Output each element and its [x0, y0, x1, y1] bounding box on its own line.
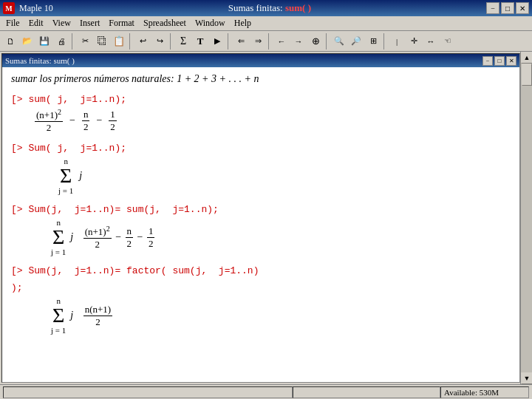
- cmd-2[interactable]: [> Sum( j, j=1..n);: [11, 143, 511, 154]
- inner-min[interactable]: −: [482, 56, 493, 66]
- tb-left-arrow[interactable]: ⇐: [233, 33, 249, 50]
- inner-controls[interactable]: − □ ✕: [482, 56, 516, 66]
- sep4: [228, 33, 231, 50]
- sep2: [129, 33, 132, 50]
- frac1: (n+1)2 2: [35, 108, 63, 134]
- menu-spreadsheet[interactable]: Spreadsheet: [139, 17, 191, 30]
- tb-zoom-out[interactable]: 🔎: [348, 33, 364, 50]
- frac6: 1 2: [147, 225, 155, 250]
- tb-ruler[interactable]: |: [389, 33, 405, 50]
- tb-open[interactable]: 📂: [19, 33, 35, 50]
- status-bar: Available: 530M: [0, 384, 532, 399]
- tb-cut[interactable]: ✂: [77, 33, 93, 50]
- menu-view[interactable]: View: [48, 17, 75, 30]
- tb-undo[interactable]: ↩: [134, 33, 151, 50]
- frac4: (n+1)2 2: [83, 225, 112, 250]
- cmd-4b[interactable]: );: [11, 282, 511, 293]
- status-middle: [293, 386, 440, 398]
- title-text: Sumas finitas: sum( ): [53, 2, 486, 14]
- status-left: [3, 386, 293, 398]
- sigma-expr-3: n Σ j = 1 j n(n+1) 2: [48, 296, 114, 335]
- tb-print[interactable]: 🖨: [53, 33, 69, 50]
- tb-copy[interactable]: ⿻: [94, 33, 110, 50]
- menu-help[interactable]: Help: [230, 17, 256, 30]
- inner-title-text: Sumas finitas: sum( ): [5, 56, 75, 65]
- tb-arrow-right2[interactable]: →: [290, 33, 307, 50]
- scroll-up-button[interactable]: ▲: [521, 52, 532, 64]
- frac2: n 2: [82, 109, 90, 133]
- tb-redo[interactable]: ↪: [151, 33, 168, 50]
- cmd-1[interactable]: [> sum( j, j=1..n);: [11, 94, 511, 105]
- intro-text: sumar los primeros números naturales: 1 …: [11, 73, 511, 85]
- menu-format[interactable]: Format: [104, 17, 139, 30]
- cmd-4a[interactable]: [> Sum(j, j=1..n)= factor( sum(j, j=1..n…: [11, 265, 511, 276]
- tb-move[interactable]: ↔: [423, 33, 439, 50]
- tb-save[interactable]: 💾: [36, 33, 52, 50]
- tb-paste[interactable]: 📋: [111, 33, 127, 50]
- tb-execute[interactable]: ▶: [209, 33, 225, 50]
- scrollbar-vertical[interactable]: ▲ ▼: [520, 52, 532, 384]
- app-icon: M: [3, 2, 15, 14]
- sep7: [383, 33, 386, 50]
- inner-max[interactable]: □: [494, 56, 505, 66]
- sep6: [326, 33, 329, 50]
- frac5: n 2: [126, 225, 134, 250]
- tb-circle[interactable]: ⊕: [307, 33, 324, 50]
- tb-hand[interactable]: ☜: [440, 33, 456, 50]
- tb-crosshair[interactable]: ✛: [406, 33, 422, 50]
- sigma-2: n Σ j = 1: [51, 218, 66, 256]
- menu-window[interactable]: Window: [191, 17, 230, 30]
- sigma-3: n Σ j = 1: [51, 296, 66, 335]
- sigma-expr-1: n Σ j = 1 j: [55, 157, 82, 195]
- sep5: [268, 33, 271, 50]
- minimize-button[interactable]: −: [486, 2, 499, 14]
- content-wrapper: Sumas finitas: sum( ) − □ ✕ sumar los pr…: [0, 52, 532, 384]
- inner-title-bar: Sumas finitas: sum( ) − □ ✕: [2, 54, 519, 67]
- menu-file[interactable]: File: [1, 17, 24, 30]
- menu-edit[interactable]: Edit: [24, 17, 48, 30]
- scroll-track[interactable]: [521, 64, 532, 372]
- maple-worksheet[interactable]: sumar los primeros números naturales: 1 …: [2, 67, 519, 382]
- title-controls[interactable]: − □ ✕: [486, 2, 529, 14]
- inner-close[interactable]: ✕: [506, 56, 516, 66]
- frac7: n(n+1) 2: [83, 304, 113, 328]
- scroll-thumb[interactable]: [522, 64, 532, 86]
- tb-zoom-in[interactable]: 🔍: [331, 33, 347, 50]
- menu-insert[interactable]: Insert: [75, 17, 104, 30]
- tb-arrow-left2[interactable]: ←: [273, 33, 290, 50]
- sigma-expr-2: n Σ j = 1 j (n+1)2 2 − n 2 −: [48, 218, 156, 256]
- menu-bar: File Edit View Insert Format Spreadsheet…: [0, 16, 532, 31]
- close-button[interactable]: ✕: [516, 2, 529, 14]
- result-2: n Σ j = 1 j: [55, 157, 511, 195]
- sigma-1: n Σ j = 1: [58, 157, 73, 195]
- app-name: Maple 10: [19, 3, 53, 14]
- tb-text[interactable]: T: [192, 33, 208, 50]
- sep1: [72, 33, 75, 50]
- maximize-button[interactable]: □: [501, 2, 514, 14]
- title-bar: M Maple 10 Sumas finitas: sum( ) − □ ✕: [0, 0, 532, 16]
- status-right: Available: 530M: [440, 386, 529, 398]
- frac3: 1 2: [109, 109, 117, 133]
- tb-sum[interactable]: Σ: [175, 33, 191, 50]
- toolbar: 🗋 📂 💾 🖨 ✂ ⿻ 📋 ↩ ↪ Σ T ▶ ⇐ ⇒ ← → ⊕ 🔍 🔎 ⊞ …: [0, 31, 532, 52]
- scroll-down-button[interactable]: ▼: [521, 372, 532, 384]
- tb-zoom-fit[interactable]: ⊞: [365, 33, 381, 50]
- tb-right-arrow[interactable]: ⇒: [250, 33, 266, 50]
- result-4: n Σ j = 1 j n(n+1) 2: [48, 296, 511, 335]
- sep3: [170, 33, 173, 50]
- content-area[interactable]: Sumas finitas: sum( ) − □ ✕ sumar los pr…: [1, 53, 520, 383]
- cmd-3[interactable]: [> Sum(j, j=1..n)= sum(j, j=1..n);: [11, 204, 511, 215]
- tb-new[interactable]: 🗋: [2, 33, 18, 50]
- result-1: (n+1)2 2 − n 2 − 1 2: [33, 108, 511, 134]
- title-bar-left: M Maple 10: [3, 2, 53, 14]
- result-3: n Σ j = 1 j (n+1)2 2 − n 2 −: [48, 218, 511, 256]
